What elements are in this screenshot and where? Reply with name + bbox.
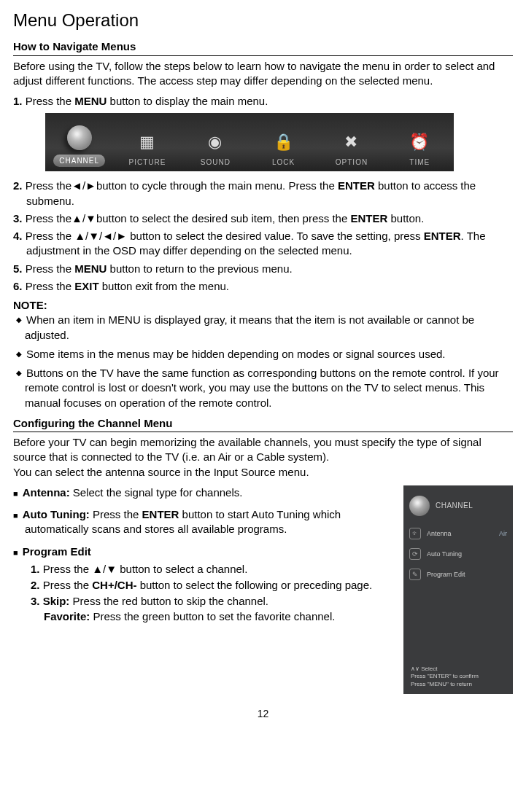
menu-label: SOUND [201,158,231,166]
panel-footer-hints: ∧∨ Select Press "ENTER" to confirm Press… [411,665,479,688]
step-4: 4. Press the ▲/▼/◄/► button to select th… [13,229,513,259]
picture-icon: ▦ [113,131,181,153]
page-title: Menu Operation [13,9,513,32]
program-edit-step-3: 3. Skip: Press the red button to skip th… [31,594,392,624]
menu-item-lock[interactable]: 🔒 LOCK [250,131,317,171]
navigate-steps-list-cont: 2. Press the◄/►button to cycle through t… [13,179,513,294]
menu-label: CHANNEL [53,155,105,168]
clock-icon: ⏰ [386,131,454,153]
menu-label: TIME [409,158,430,166]
note-list: When an item in MENU is displayed gray, … [13,313,513,410]
step-3: 3. Press the▲/▼button to select the desi… [13,211,513,226]
menu-item-picture[interactable]: ▦ PICTURE [113,131,181,171]
channel-options-list: Antenna: Select the signal type for chan… [13,485,392,624]
section-heading-channel: Configuring the Channel Menu [13,416,513,432]
menu-label: PICTURE [129,158,166,166]
page-number: 12 [13,707,513,721]
main-menu-bar: CHANNEL ▦ PICTURE ◉ SOUND 🔒 LOCK ✖ OPTIO… [45,113,454,171]
panel-row-antenna[interactable]: ᯤ Antenna Air [403,523,513,544]
menu-label: OPTION [336,158,368,166]
menu-label: LOCK [272,158,295,166]
channel-submenu-panel: CHANNEL ᯤ Antenna Air ⟳ Auto Tuning ✎ Pr… [403,485,513,694]
menu-item-time[interactable]: ⏰ TIME [386,131,454,171]
program-edit-step-1: 1. Press the ▲/▼ button to select a chan… [31,562,392,577]
section-heading-navigate: How to Navigate Menus [13,39,513,55]
step-5: 5. Press the MENU button to return to th… [13,262,513,276]
program-edit-item: Program Edit 1. Press the ▲/▼ button to … [13,544,392,624]
auto-tuning-item: Auto Tuning: Press the ENTER button to s… [13,507,392,537]
channel-intro-2: You can select the antenna source in the… [13,465,513,480]
antenna-icon: ᯤ [409,528,421,539]
step-2: 2. Press the◄/►button to cycle through t… [13,179,513,208]
program-edit-step-2: 2. Press the CH+/CH- button to select th… [31,578,392,593]
menu-item-option[interactable]: ✖ OPTION [317,131,385,171]
panel-title: CHANNEL [436,501,473,511]
channel-intro-1: Before your TV can begin memorizing the … [13,435,513,465]
lock-icon: 🔒 [250,131,317,153]
note-item: Some items in the menus may be hidden de… [13,347,513,362]
note-item: Buttons on the TV have the same function… [13,366,513,410]
step-6: 6. Press the EXIT button exit from the m… [13,279,513,294]
option-icon: ✖ [317,131,385,153]
navigate-steps-list: 1. Press the MENU button to display the … [13,94,513,109]
sound-icon: ◉ [182,131,250,153]
panel-row-auto-tuning[interactable]: ⟳ Auto Tuning [403,544,513,564]
step-1: 1. Press the MENU button to display the … [13,94,513,109]
auto-tuning-icon: ⟳ [409,548,421,560]
antenna-item: Antenna: Select the signal type for chan… [13,485,392,500]
note-item: When an item in MENU is displayed gray, … [13,313,513,343]
satellite-dish-icon [67,125,92,150]
menu-item-sound[interactable]: ◉ SOUND [182,131,250,171]
program-edit-icon: ✎ [409,569,421,580]
intro-paragraph: Before using the TV, follow the steps be… [13,59,513,89]
panel-row-program-edit[interactable]: ✎ Program Edit [403,564,513,585]
menu-item-channel[interactable]: CHANNEL [45,125,113,172]
satellite-dish-icon [409,496,430,516]
note-label: NOTE: [13,298,513,313]
